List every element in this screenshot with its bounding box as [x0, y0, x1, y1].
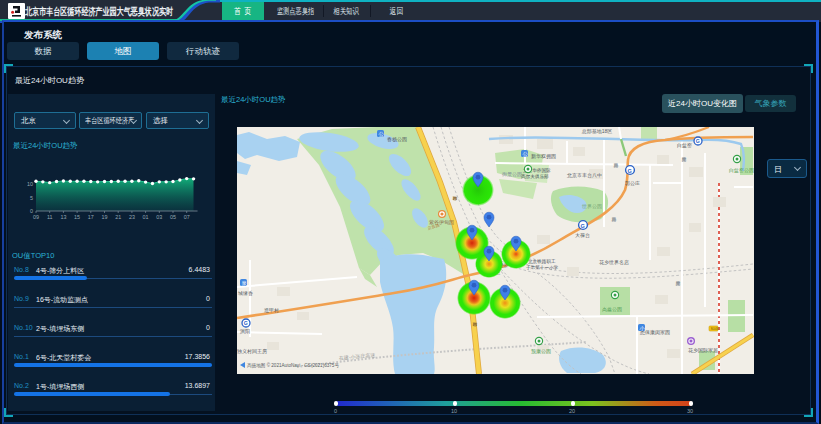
svg-text:G: G	[581, 223, 585, 229]
svg-text:07: 07	[184, 214, 190, 220]
svg-text:0: 0	[30, 208, 33, 214]
svg-text:S046: S046	[710, 327, 718, 331]
svg-text:子弟第十一小学: 子弟第十一小学	[526, 265, 559, 270]
svg-text:小: 小	[638, 325, 645, 331]
svg-text:洄阳: 洄阳	[239, 328, 250, 335]
svg-text:北京市丰台八中: 北京市丰台八中	[567, 172, 602, 179]
svg-text:花乡国际家居: 花乡国际家居	[688, 347, 718, 354]
svg-text:G: G	[244, 320, 248, 326]
svg-text:预康公园: 预康公园	[531, 348, 551, 355]
svg-text:泉: 泉	[241, 280, 247, 286]
svg-text:造甲村: 造甲村	[264, 307, 279, 314]
svg-text:09: 09	[33, 214, 39, 220]
svg-text:11: 11	[47, 214, 53, 220]
svg-text:独义村回王房: 独义村回王房	[237, 348, 267, 355]
svg-text:03: 03	[156, 214, 162, 220]
svg-text:23: 23	[129, 214, 135, 220]
svg-text:春杨公园: 春杨公园	[387, 136, 407, 143]
svg-text:高德地图 © 2021AutoNavi - GS(2021): 高德地图 © 2021AutoNavi - GS(2021)6375号	[247, 362, 339, 369]
svg-text:郭公庄: 郭公庄	[625, 180, 640, 187]
svg-text:13: 13	[60, 214, 66, 220]
svg-text:21: 21	[115, 214, 121, 220]
svg-text:19: 19	[102, 214, 108, 220]
svg-text:5: 5	[30, 195, 33, 201]
svg-text:05: 05	[170, 214, 176, 220]
svg-text:花乡世界名店: 花乡世界名店	[599, 259, 629, 266]
svg-text:城缘香: 城缘香	[237, 290, 253, 296]
svg-text:御景公园: 御景公园	[502, 171, 522, 178]
svg-text:17: 17	[88, 214, 94, 220]
svg-text:大葆台: 大葆台	[575, 232, 590, 238]
svg-text:总部基地18区: 总部基地18区	[582, 128, 613, 135]
svg-text:公: 公	[522, 151, 528, 157]
svg-text:公: 公	[378, 131, 384, 137]
svg-text:世界公园: 世界公园	[581, 203, 602, 210]
svg-text:G: G	[696, 138, 700, 144]
svg-text:01: 01	[143, 214, 149, 220]
svg-text:10: 10	[27, 181, 33, 187]
svg-text:G: G	[628, 168, 632, 174]
svg-text:北京铁路职工: 北京铁路职工	[528, 258, 556, 265]
svg-text:白盆窑: 白盆窑	[677, 142, 692, 149]
svg-text:15: 15	[74, 214, 80, 220]
svg-text:高鑫公园: 高鑫公园	[602, 306, 622, 313]
svg-text:新华双拥园: 新华双拥园	[531, 153, 556, 160]
svg-text:白盆窑公园: 白盆窑公园	[729, 167, 754, 174]
